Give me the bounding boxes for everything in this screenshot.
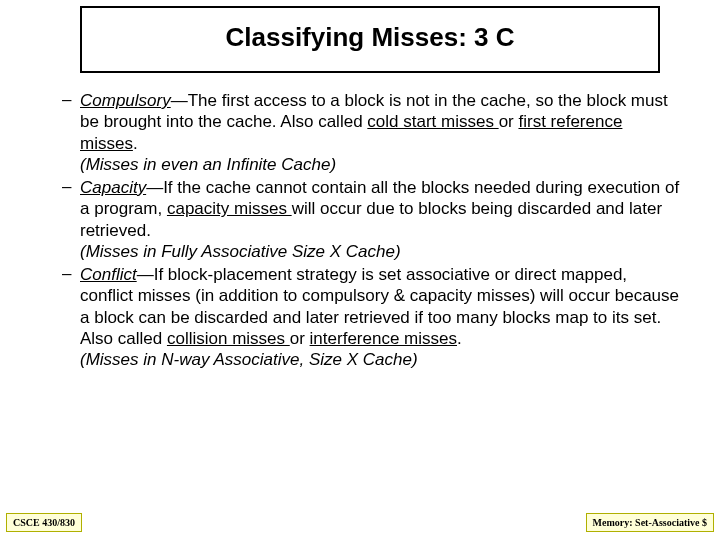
item-body: Capacity—If the cache cannot contain all… bbox=[80, 177, 680, 262]
underline-run: interference misses bbox=[310, 329, 457, 348]
list-item: – Compulsory—The first access to a block… bbox=[60, 90, 680, 175]
text-run: . bbox=[133, 134, 138, 153]
paren-note: (Misses in N-way Associative, Size X Cac… bbox=[80, 350, 418, 369]
underline-run: capacity misses bbox=[167, 199, 292, 218]
mdash: — bbox=[146, 178, 163, 197]
term-conflict: Conflict bbox=[80, 265, 137, 284]
list-item: – Conflict—If block-placement strategy i… bbox=[60, 264, 680, 370]
footer-right: Memory: Set-Associative $ bbox=[586, 513, 714, 532]
paren-note: (Misses in even an Infinite Cache) bbox=[80, 155, 336, 174]
paren-note: (Misses in Fully Associative Size X Cach… bbox=[80, 242, 401, 261]
item-body: Conflict—If block-placement strategy is … bbox=[80, 264, 680, 370]
title-box: Classifying Misses: 3 C bbox=[80, 6, 660, 73]
term-capacity: Capacity bbox=[80, 178, 146, 197]
text-run: or bbox=[499, 112, 519, 131]
footer-left: CSCE 430/830 bbox=[6, 513, 82, 532]
text-run: or bbox=[290, 329, 310, 348]
item-body: Compulsory—The first access to a block i… bbox=[80, 90, 680, 175]
underline-run: cold start misses bbox=[367, 112, 498, 131]
bullet-dash: – bbox=[60, 90, 80, 175]
bullet-dash: – bbox=[60, 264, 80, 370]
bullet-dash: – bbox=[60, 177, 80, 262]
text-run: . bbox=[457, 329, 462, 348]
mdash: — bbox=[137, 265, 154, 284]
list-item: – Capacity—If the cache cannot contain a… bbox=[60, 177, 680, 262]
mdash: — bbox=[171, 91, 188, 110]
term-compulsory: Compulsory bbox=[80, 91, 171, 110]
content-area: – Compulsory—The first access to a block… bbox=[60, 90, 680, 372]
slide-title: Classifying Misses: 3 C bbox=[82, 22, 658, 53]
underline-run: collision misses bbox=[167, 329, 290, 348]
